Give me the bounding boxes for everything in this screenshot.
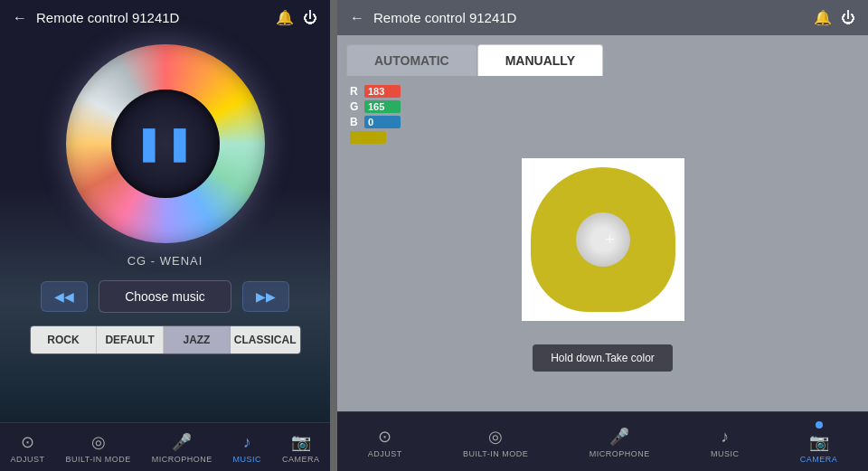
mic-icon-right: 🎤: [609, 427, 629, 447]
music-icon-left: ♪: [243, 433, 251, 452]
genre-default[interactable]: DEFAULT: [97, 326, 164, 353]
nav-builtin-right[interactable]: ◎ BUILT-IN MODE: [456, 425, 535, 460]
left-bottom-nav: ⊙ ADJUST ◎ BUILT-IN MODE 🎤 MICROPHONE ♪ …: [0, 422, 330, 471]
camera-label-left: CAMERA: [282, 455, 320, 464]
power-icon-left[interactable]: ⏻: [303, 10, 317, 26]
green-row: G 165: [350, 100, 855, 113]
mic-icon-left: 🎤: [172, 432, 192, 452]
mic-label-left: MICROPHONE: [152, 455, 212, 464]
music-label-left: MUSIC: [233, 455, 262, 464]
adjust-icon-left: ⊙: [21, 432, 34, 452]
hold-color-button[interactable]: Hold down.Take color: [533, 344, 673, 372]
prev-button[interactable]: ◀◀: [41, 281, 88, 312]
adjust-label-right: ADJUST: [368, 449, 402, 458]
nav-music-left[interactable]: ♪ MUSIC: [226, 431, 269, 466]
genre-rock[interactable]: ROCK: [31, 326, 98, 353]
cd-player: ❚❚: [0, 44, 330, 243]
camera-image: +: [531, 167, 675, 312]
nav-camera-right[interactable]: 📷 CAMERA: [793, 419, 845, 466]
nav-music-right[interactable]: ♪ MUSIC: [703, 426, 747, 460]
genre-classical[interactable]: CLASSICAL: [231, 326, 300, 353]
camera-icon-right: 📷: [809, 432, 829, 452]
cd-center: ❚❚: [111, 89, 220, 198]
builtin-label-left: BUILT-IN MODE: [65, 455, 130, 464]
alarm-icon-right[interactable]: 🔔: [814, 9, 832, 26]
red-row: R 183: [350, 85, 855, 98]
red-bar[interactable]: 183: [364, 85, 401, 98]
color-preview: [350, 131, 386, 144]
color-section: R 183 G 165 B 0: [337, 76, 868, 149]
left-panel: ← Remote control 91241D 🔔 ⏻ ❚❚ CG - WENA…: [0, 0, 330, 471]
right-header-title: Remote control 91241D: [373, 10, 805, 25]
right-panel: ← Remote control 91241D 🔔 ⏻ AUTOMATIC MA…: [337, 0, 868, 471]
blue-row: B 0: [350, 116, 855, 128]
green-bar[interactable]: 165: [364, 100, 401, 113]
nav-adjust-right[interactable]: ⊙ ADJUST: [361, 425, 410, 460]
tab-automatic[interactable]: AUTOMATIC: [346, 44, 477, 76]
camera-icon-left: 📷: [291, 432, 311, 452]
crosshair-icon: +: [605, 231, 615, 250]
builtin-label-right: BUILT-IN MODE: [463, 449, 528, 458]
next-button[interactable]: ▶▶: [242, 281, 289, 312]
left-header-title: Remote control 91241D: [36, 10, 267, 25]
cd-wheel[interactable]: ❚❚: [66, 44, 265, 243]
nav-camera-left[interactable]: 📷 CAMERA: [275, 430, 327, 466]
music-icon-right: ♪: [721, 428, 729, 447]
camera-frame[interactable]: +: [522, 158, 684, 321]
playback-controls: ◀◀ Choose music ▶▶: [0, 280, 330, 313]
right-bottom-nav: ⊙ ADJUST ◎ BUILT-IN MODE 🎤 MICROPHONE ♪ …: [337, 411, 868, 471]
right-header: ← Remote control 91241D 🔔 ⏻: [337, 0, 868, 35]
nav-mic-right[interactable]: 🎤 MICROPHONE: [582, 425, 657, 460]
red-value: 183: [368, 86, 384, 97]
nav-mic-left[interactable]: 🎤 MICROPHONE: [145, 430, 220, 466]
camera-label-right: CAMERA: [800, 455, 838, 464]
artist-name: CG - WENAI: [0, 254, 330, 268]
adjust-icon-right: ⊙: [378, 427, 392, 447]
red-label: R: [350, 85, 359, 98]
builtin-icon-right: ◎: [488, 427, 503, 447]
camera-area: +: [337, 149, 868, 330]
hold-btn-area: Hold down.Take color: [337, 344, 868, 381]
nav-adjust-left[interactable]: ⊙ ADJUST: [3, 430, 52, 466]
blue-bar[interactable]: 0: [364, 116, 401, 128]
back-icon-right[interactable]: ←: [350, 10, 364, 26]
camera-active-dot: [816, 421, 823, 429]
green-label: G: [350, 100, 359, 113]
music-label-right: MUSIC: [711, 449, 740, 458]
power-icon-right[interactable]: ⏻: [841, 10, 855, 26]
green-value: 165: [368, 101, 384, 112]
builtin-icon-left: ◎: [91, 432, 106, 452]
panel-divider: [330, 0, 337, 471]
tabs-row: AUTOMATIC MANUALLY: [337, 35, 868, 76]
left-header: ← Remote control 91241D 🔔 ⏻: [0, 0, 330, 35]
pause-icon: ❚❚: [135, 127, 196, 160]
nav-builtin-left[interactable]: ◎ BUILT-IN MODE: [58, 430, 137, 466]
back-icon-left[interactable]: ←: [13, 10, 27, 26]
blue-value: 0: [368, 117, 373, 127]
mic-label-right: MICROPHONE: [590, 449, 650, 458]
adjust-label-left: ADJUST: [10, 455, 44, 464]
genre-selector: ROCK DEFAULT JAZZ CLASSICAL: [30, 325, 301, 354]
choose-music-button[interactable]: Choose music: [99, 280, 231, 313]
tab-manually[interactable]: MANUALLY: [477, 44, 603, 76]
blue-label: B: [350, 116, 359, 128]
genre-jazz[interactable]: JAZZ: [164, 326, 231, 353]
alarm-icon-left[interactable]: 🔔: [276, 9, 294, 26]
